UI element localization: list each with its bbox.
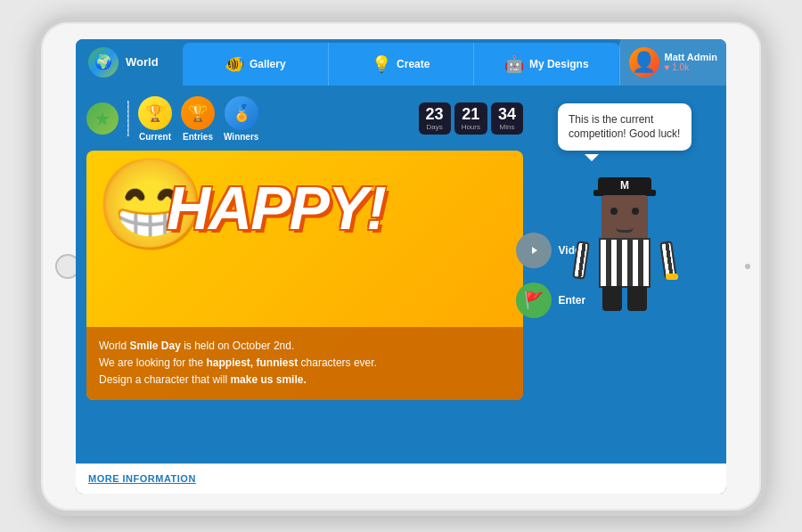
tab-my-designs[interactable]: 🤖 My Designs — [474, 43, 620, 86]
char-head — [602, 195, 648, 240]
tab-entries-label: Entries — [183, 132, 213, 142]
ipad-screen: 🌍 World 🐠 Gallery 💡 Create 🤖 My Designs — [76, 39, 726, 494]
tab-create-label: Create — [397, 58, 430, 70]
nav-tabs: 🐠 Gallery 💡 Create 🤖 My Designs — [183, 43, 620, 86]
countdown-days-number: 23 — [426, 106, 444, 122]
countdown-hours-label: Hours — [462, 123, 480, 131]
svg-marker-0 — [95, 111, 110, 126]
more-info-link[interactable]: MORE INFORMATION — [88, 473, 196, 484]
world-icon: 🌍 — [88, 47, 119, 78]
tab-current[interactable]: 🏆 Current — [138, 96, 172, 142]
countdown-mins-block: 34 Mins — [491, 102, 523, 135]
tab-winners-label: Winners — [224, 132, 258, 142]
tab-gallery[interactable]: 🐠 Gallery — [183, 43, 329, 86]
banner-wrapper: 😁 HAPPY! World Smile Day is held on Octo… — [86, 151, 523, 463]
nav-world[interactable]: 🌍 World — [76, 39, 183, 86]
ipad-shell: 🌍 World 🐠 Gallery 💡 Create 🤖 My Designs — [36, 17, 766, 516]
nav-user[interactable]: 👤 Matt Admin ♥ 1.0k — [620, 39, 726, 86]
banner-desc-happiest: happiest, funniest — [207, 356, 299, 369]
char-legs — [602, 286, 647, 311]
competition-banner: 😁 HAPPY! World Smile Day is held on Octo… — [86, 151, 523, 400]
main-content: 🏆 Current 🏆 Entries 🏅 Winners — [76, 86, 726, 463]
banner-desc-make-smile: make us smile. — [230, 373, 306, 386]
tab-entries[interactable]: 🏆 Entries — [181, 96, 215, 142]
char-leg-right — [627, 286, 647, 311]
char-mouth — [616, 227, 634, 233]
character: M — [571, 177, 678, 320]
user-name: Matt Admin — [665, 52, 717, 62]
ipad-power-button — [745, 264, 750, 269]
countdown-hours-block: 21 Hours — [454, 102, 487, 135]
competition-main-icon — [86, 102, 119, 135]
speech-bubble: This is the current competition! Good lu… — [558, 103, 692, 151]
nav-world-label: World — [126, 55, 159, 69]
tab-current-label: Current — [139, 132, 171, 142]
char-eye-right — [632, 208, 639, 215]
char-hat-letter: M — [620, 179, 629, 192]
entries-trophy-icon: 🏆 — [181, 96, 215, 130]
char-eye-left — [610, 208, 618, 215]
create-icon: 💡 — [372, 54, 391, 74]
user-info: Matt Admin ♥ 1.0k — [665, 52, 717, 72]
char-leg-left — [602, 286, 622, 311]
countdown-hours-number: 21 — [462, 106, 479, 122]
top-nav: 🌍 World 🐠 Gallery 💡 Create 🤖 My Designs — [76, 39, 726, 86]
banner-desc-smile-day: Smile Day — [129, 340, 180, 352]
tab-create[interactable]: 💡 Create — [329, 43, 475, 86]
banner-description: World Smile Day is held on October 2nd. … — [86, 327, 523, 400]
countdown-days-block: 23 Days — [419, 102, 451, 135]
countdown-mins-label: Mins — [500, 123, 515, 131]
user-likes: ♥ 1.0k — [665, 62, 717, 72]
tab-winners[interactable]: 🏅 Winners — [224, 96, 258, 142]
countdown-mins-number: 34 — [498, 106, 516, 122]
banner-desc-line2: We are looking for the happiest, funnies… — [99, 355, 511, 372]
winners-medal-icon: 🏅 — [225, 96, 258, 130]
tab-my-designs-label: My Designs — [529, 58, 589, 70]
countdown-days-label: Days — [426, 123, 442, 131]
left-panel: 🏆 Current 🏆 Entries 🏅 Winners — [86, 94, 523, 463]
banner-desc-line1: World Smile Day is held on October 2nd. — [99, 338, 511, 355]
competition-tabs-row: 🏆 Current 🏆 Entries 🏅 Winners — [86, 94, 523, 143]
banner-title: HAPPY! — [167, 177, 514, 238]
tab-gallery-label: Gallery — [250, 58, 286, 70]
current-trophy-icon: 🏆 — [138, 96, 172, 130]
user-avatar: 👤 — [629, 47, 659, 78]
gallery-icon: 🐠 — [225, 54, 244, 74]
char-whistle — [666, 274, 678, 280]
right-panel: This is the current competition! Good lu… — [534, 94, 716, 463]
banner-desc-line3: Design a character that will make us smi… — [99, 372, 511, 389]
tab-divider — [127, 101, 129, 136]
my-designs-icon: 🤖 — [504, 54, 524, 74]
speech-bubble-text: This is the current competition! Good lu… — [569, 113, 680, 141]
bottom-bar: MORE INFORMATION — [76, 463, 726, 494]
char-arm-left — [572, 241, 590, 280]
char-body — [599, 238, 651, 288]
countdown: 23 Days 21 Hours 34 Mins — [419, 102, 523, 135]
